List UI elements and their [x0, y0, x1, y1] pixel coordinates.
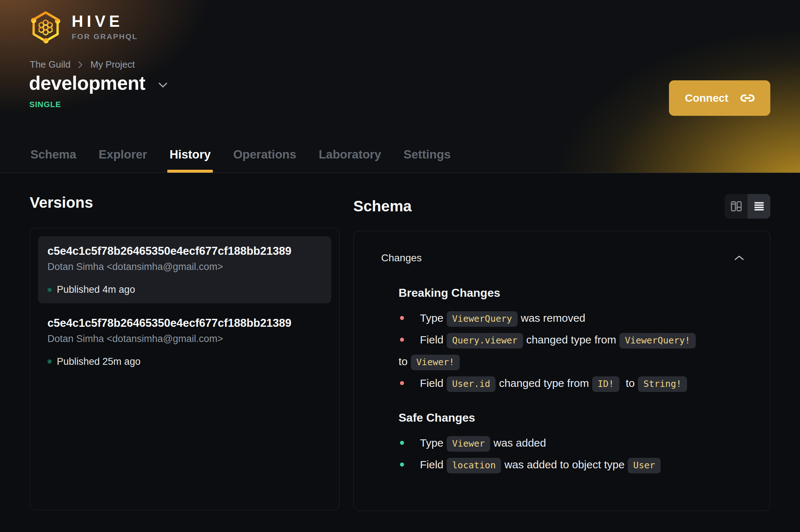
versions-heading: Versions [30, 194, 340, 211]
version-status-text: Published 4m ago [57, 284, 135, 295]
safe-changes-title: Safe Changes [399, 411, 770, 425]
schema-header-row: Schema [353, 194, 770, 219]
tab-operations[interactable]: Operations [232, 148, 297, 173]
change-text: was added to object type [504, 459, 624, 470]
code-chip: Viewer! [411, 355, 460, 370]
changes-panel: Changes Breaking Changes TypeViewerQuery… [353, 231, 770, 511]
main-content: Versions c5e4c1c5f78b26465350e4ecf677cf1… [0, 173, 800, 511]
brand-tagline: FOR GRAPHQL [72, 33, 138, 40]
change-text: was removed [521, 312, 585, 324]
change-item: TypeViewerQuerywas removed [399, 308, 741, 329]
safe-bullet-icon [400, 463, 404, 466]
published-dot-icon [47, 359, 52, 364]
safe-bullet-icon [400, 441, 404, 445]
changes-collapse-header[interactable]: Changes [354, 231, 770, 264]
code-chip: String! [638, 376, 687, 392]
change-text: to [626, 377, 635, 389]
brand-text: HIVE FOR GRAPHQL [72, 13, 138, 40]
safe-changes-list: TypeViewerwas added Fieldlocationwas add… [399, 432, 741, 476]
breaking-changes-list: TypeViewerQuerywas removed FieldQuery.vi… [399, 308, 741, 394]
change-item: FieldUser.idchanged type fromID! toStrin… [399, 373, 741, 394]
connect-button[interactable]: Connect [669, 80, 770, 116]
breadcrumb-org-link[interactable]: The Guild [30, 59, 71, 70]
view-mode-toggle [725, 194, 770, 219]
breaking-bullet-icon [400, 316, 404, 320]
change-text: Field [420, 334, 443, 346]
link-icon [739, 90, 756, 106]
tab-laboratory[interactable]: Laboratory [318, 148, 382, 173]
split-view-icon [729, 199, 744, 214]
target-mode-badge: SINGLE [29, 100, 61, 109]
changes-title: Changes [381, 252, 422, 264]
change-item: Fieldlocationwas added to object typeUse… [399, 454, 741, 476]
version-list-item[interactable]: c5e4c1c5f78b26465350e4ecf677cf188bb21389… [38, 236, 331, 303]
versions-panel: c5e4c1c5f78b26465350e4ecf677cf188bb21389… [30, 228, 340, 510]
code-chip: location [447, 458, 501, 473]
version-author: Dotan Simha <dotansimha@gmail.com> [47, 333, 322, 345]
version-hash: c5e4c1c5f78b26465350e4ecf677cf188bb21389 [47, 244, 322, 258]
list-view-button[interactable] [748, 194, 770, 219]
target-title-row: development [29, 72, 168, 95]
code-chip: User [628, 458, 660, 473]
chevron-right-icon [78, 60, 83, 69]
change-item: FieldQuery.viewerchanged type fromViewer… [399, 329, 741, 373]
code-chip: ViewerQuery [447, 311, 518, 327]
breadcrumb: The Guild My Project [30, 59, 135, 70]
change-text: to [399, 355, 408, 367]
brand-name: HIVE [72, 13, 138, 29]
versions-section: Versions c5e4c1c5f78b26465350e4ecf677cf1… [30, 194, 340, 511]
change-text: Type [420, 312, 443, 324]
hive-logo-icon [29, 10, 62, 43]
list-view-icon [752, 199, 766, 213]
change-text: changed type from [499, 377, 589, 389]
change-text: Field [420, 377, 443, 389]
page-title: development [29, 72, 145, 95]
tab-schema[interactable]: Schema [30, 148, 77, 173]
version-status-row: Published 25m ago [47, 356, 322, 367]
version-status-text: Published 25m ago [57, 356, 140, 367]
published-dot-icon [47, 288, 52, 292]
breaking-changes-title: Breaking Changes [399, 286, 770, 300]
tab-settings[interactable]: Settings [403, 148, 451, 173]
schema-heading: Schema [353, 198, 412, 215]
version-status-row: Published 4m ago [47, 284, 322, 295]
code-chip: Query.viewer [447, 333, 523, 349]
change-text: changed type from [526, 334, 616, 346]
chevron-up-icon[interactable] [734, 255, 745, 261]
brand-logo[interactable]: HIVE FOR GRAPHQL [29, 10, 138, 43]
change-text: Type [420, 437, 443, 449]
code-chip: ID! [592, 376, 619, 392]
schema-section: Schema [353, 194, 770, 511]
version-author: Dotan Simha <dotansimha@gmail.com> [47, 261, 322, 273]
change-text: Field [420, 459, 443, 470]
tab-explorer[interactable]: Explorer [98, 148, 148, 173]
change-text: was added [493, 437, 546, 449]
code-chip: Viewer [447, 436, 490, 452]
split-view-button[interactable] [725, 194, 748, 219]
version-list-item[interactable]: c5e4c1c5f78b26465350e4ecf677cf188bb21389… [38, 308, 331, 375]
breaking-bullet-icon [400, 381, 404, 385]
tab-history[interactable]: History [169, 148, 211, 173]
change-item: TypeViewerwas added [399, 432, 741, 454]
tab-bar: Schema Explorer History Operations Labor… [30, 148, 451, 173]
connect-button-label: Connect [685, 92, 728, 104]
breaking-bullet-icon [400, 338, 404, 342]
version-hash: c5e4c1c5f78b26465350e4ecf677cf188bb21389 [47, 316, 322, 330]
code-chip: ViewerQuery! [619, 333, 696, 349]
breadcrumb-project-link[interactable]: My Project [90, 59, 135, 70]
code-chip: User.id [447, 376, 496, 392]
target-selector-chevron-down-icon[interactable] [157, 78, 168, 89]
header: HIVE FOR GRAPHQL The Guild My Project de… [0, 0, 800, 173]
